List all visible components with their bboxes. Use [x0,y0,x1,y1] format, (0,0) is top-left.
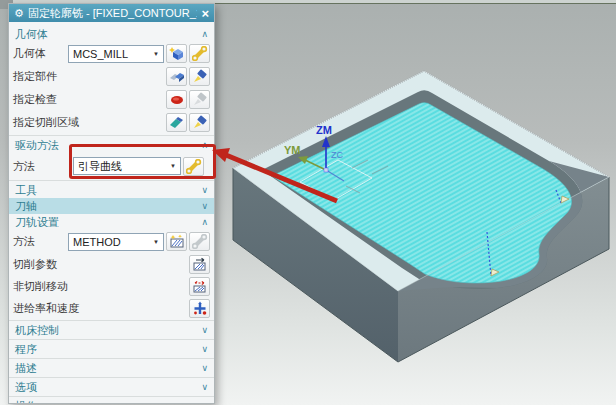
drive-method-label: 方法 [13,159,71,174]
section-tool-axis-label: 刀轴 [15,199,37,214]
specify-part-label: 指定部件 [13,69,164,84]
chevron-up-icon: ∧ [201,29,208,39]
path-method-dropdown[interactable]: METHOD ▼ [68,233,164,251]
zm-axis-label: ZM [316,124,332,136]
wrench-icon [186,159,202,174]
specify-cut-area-row: 指定切削区域 [13,111,210,134]
dialog-title: 固定轮廓铣 - [FIXED_CONTOUR_1--用引l... [28,6,198,21]
new-geometry-button[interactable] [166,44,187,63]
divider [9,320,214,321]
divider [9,396,214,397]
path-method-label: 方法 [13,234,66,249]
part-geometry-icon [169,69,185,84]
section-drive-method[interactable]: 驱动方法 ∧ [13,137,210,153]
geometry-row: 几何体 MCS_MILL ▼ [13,42,210,65]
specify-check-select-button[interactable] [189,90,210,109]
divider [9,377,214,378]
section-actions-label: 操作 [15,399,37,405]
path-method-value: METHOD [73,236,150,248]
flashlight-icon [192,69,208,84]
divider [9,180,214,181]
divider [9,358,214,359]
chevron-down-icon: ▼ [153,51,159,57]
non-cutting-moves-row: 非切削移动 [13,275,210,297]
new-geometry-icon [169,46,185,61]
specify-cut-area-button[interactable] [166,113,187,132]
wrench-icon [192,46,208,61]
chevron-down-icon: ∨ [201,363,208,373]
section-tool-label: 工具 [15,183,37,198]
feeds-speeds-row: 进给率和速度 [13,297,210,319]
non-cutting-moves-icon [192,279,208,294]
edit-drive-method-button[interactable] [183,157,204,176]
fixed-contour-dialog: ⚙ 固定轮廓铣 - [FIXED_CONTOUR_1--用引l... × 几何体… [8,3,215,404]
section-program-label: 程序 [15,342,37,357]
specify-check-row: 指定检查 [13,88,210,111]
section-path-settings-label: 刀轨设置 [15,215,59,230]
section-program[interactable]: 程序 ∨ [13,341,210,357]
divider [9,339,214,340]
ym-axis-label: YM [284,144,301,156]
dialog-menu-gear-icon[interactable]: ⚙ [14,8,24,19]
section-geometry[interactable]: 几何体 ∧ [13,26,210,42]
cutting-params-icon [192,257,208,272]
section-options[interactable]: 选项 ∨ [13,379,210,395]
machined-part-block [233,71,609,362]
chevron-up-icon: ∧ [201,140,208,150]
edit-method-button[interactable] [189,232,210,251]
specify-cut-area-select-button[interactable] [189,113,210,132]
chevron-up-icon: ∧ [201,401,208,404]
flashlight-icon [192,115,208,130]
section-machine-control[interactable]: 机床控制 ∨ [13,322,210,338]
specify-check-button[interactable] [166,90,187,109]
chevron-down-icon: ∨ [201,201,208,211]
flashlight-disabled-icon [192,92,208,107]
drive-method-value: 引导曲线 [78,159,167,174]
chevron-down-icon: ▼ [170,163,176,169]
new-method-button[interactable] [166,232,187,251]
path-method-row: 方法 METHOD ▼ [13,230,210,253]
cut-area-icon [169,115,185,130]
wrench-disabled-icon [192,234,208,249]
drive-method-row: 方法 引导曲线 ▼ [13,153,210,179]
chevron-down-icon: ∨ [201,382,208,392]
section-machine-control-label: 机床控制 [15,323,59,338]
feeds-speeds-label: 进给率和速度 [13,301,187,316]
divider [9,135,214,136]
edit-geometry-button[interactable] [189,44,210,63]
geometry-label: 几何体 [13,46,66,61]
feeds-speeds-icon [192,301,208,316]
cutting-params-row: 切削参数 [13,253,210,275]
specify-part-button[interactable] [166,67,187,86]
section-tool-axis[interactable]: 刀轴 ∨ [9,198,214,214]
chevron-down-icon: ∨ [201,325,208,335]
geometry-value: MCS_MILL [73,48,150,60]
section-actions[interactable]: 操作 ∧ [13,398,210,404]
section-tool[interactable]: 工具 ∨ [13,182,210,198]
section-geometry-label: 几何体 [15,27,48,42]
chevron-down-icon: ∨ [201,185,208,195]
chevron-down-icon: ▼ [153,239,159,245]
specify-part-row: 指定部件 [13,65,210,88]
section-options-label: 选项 [15,380,37,395]
non-cutting-moves-label: 非切削移动 [13,279,187,294]
cutting-params-button[interactable] [189,255,210,274]
close-icon[interactable]: × [201,6,209,21]
non-cutting-moves-button[interactable] [189,277,210,296]
check-geometry-icon [169,92,185,107]
chevron-up-icon: ∧ [201,217,208,227]
zc-axis-label: ZC [331,150,343,160]
specify-cut-area-label: 指定切削区域 [13,115,164,130]
nx-application-window: ZM YM ZC ⚙ 固定轮廓铣 - [FIXED_CONTOUR_1--用引l… [0,0,616,405]
dialog-titlebar[interactable]: ⚙ 固定轮廓铣 - [FIXED_CONTOUR_1--用引l... × [9,4,214,22]
drive-method-dropdown[interactable]: 引导曲线 ▼ [73,157,181,175]
new-method-icon [169,234,185,249]
feeds-speeds-button[interactable] [189,299,210,318]
chevron-down-icon: ∨ [201,344,208,354]
geometry-dropdown[interactable]: MCS_MILL ▼ [68,45,164,63]
section-description[interactable]: 描述 ∨ [13,360,210,376]
specify-part-select-button[interactable] [189,67,210,86]
section-path-settings[interactable]: 刀轨设置 ∧ [13,214,210,230]
dialog-body: 几何体 ∧ 几何体 MCS_MILL ▼ [9,22,214,404]
cutting-params-label: 切削参数 [13,257,187,272]
